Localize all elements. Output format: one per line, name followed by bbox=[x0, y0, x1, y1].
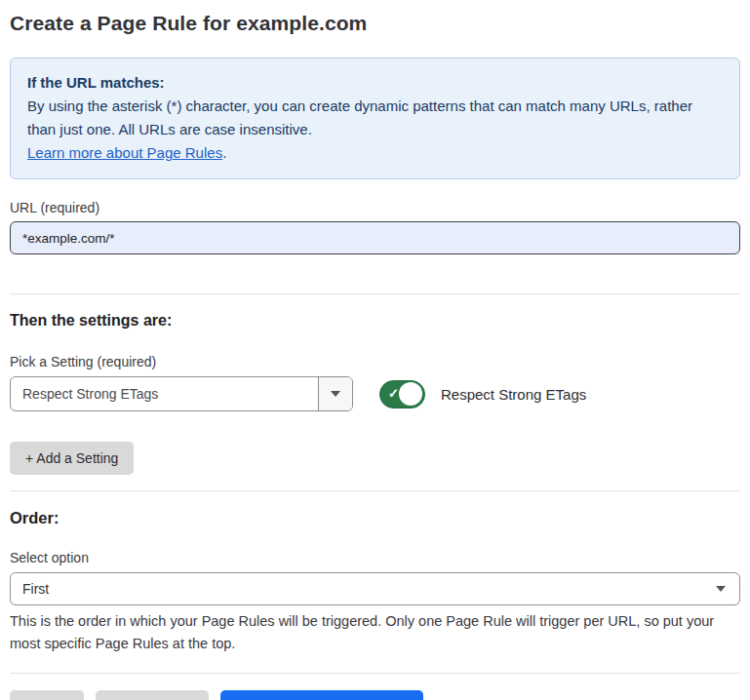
order-select-value: First bbox=[22, 581, 49, 597]
order-select[interactable]: First bbox=[10, 572, 740, 605]
link-suffix: . bbox=[222, 144, 226, 161]
settings-section-heading: Then the settings are: bbox=[10, 312, 740, 330]
url-match-info-box: If the URL matches: By using the asteris… bbox=[10, 58, 740, 179]
page-title: Create a Page Rule for example.com bbox=[10, 12, 740, 35]
order-section-heading: Order: bbox=[10, 509, 740, 527]
setting-select[interactable]: Respect Strong ETags bbox=[10, 376, 353, 411]
section-divider bbox=[10, 673, 740, 674]
section-divider bbox=[10, 490, 740, 491]
save-and-deploy-button[interactable]: Save and Deploy Page Rule bbox=[220, 690, 423, 700]
setting-toggle[interactable]: ✓ bbox=[379, 380, 425, 408]
url-input[interactable] bbox=[10, 221, 740, 254]
setting-select-arrow-button[interactable] bbox=[318, 377, 352, 410]
setting-row: Respect Strong ETags ✓ Respect Strong ET… bbox=[10, 376, 740, 411]
url-field-label: URL (required) bbox=[10, 200, 740, 215]
chevron-down-icon bbox=[331, 391, 340, 397]
info-box-link-line: Learn more about Page Rules. bbox=[27, 141, 723, 165]
learn-more-link[interactable]: Learn more about Page Rules bbox=[27, 144, 222, 161]
add-setting-button[interactable]: + Add a Setting bbox=[10, 442, 134, 475]
check-icon: ✓ bbox=[388, 387, 399, 400]
create-page-rule-form: Create a Page Rule for example.com If th… bbox=[0, 0, 750, 700]
save-as-draft-button[interactable]: Save as Draft bbox=[96, 690, 210, 700]
setting-toggle-label: Respect Strong ETags bbox=[441, 386, 586, 403]
info-box-heading: If the URL matches: bbox=[27, 71, 723, 95]
toggle-knob bbox=[399, 382, 422, 406]
info-box-body: By using the asterisk (*) character, you… bbox=[27, 95, 710, 141]
pick-setting-label: Pick a Setting (required) bbox=[10, 354, 740, 369]
setting-select-value: Respect Strong ETags bbox=[11, 377, 318, 410]
section-divider bbox=[10, 293, 740, 294]
action-button-row: Cancel Save as Draft Save and Deploy Pag… bbox=[10, 690, 740, 700]
chevron-down-icon bbox=[716, 586, 726, 592]
setting-toggle-wrap: ✓ Respect Strong ETags bbox=[379, 380, 586, 408]
order-select-label: Select option bbox=[10, 550, 740, 565]
order-help-text: This is the order in which your Page Rul… bbox=[10, 610, 736, 655]
cancel-button[interactable]: Cancel bbox=[10, 690, 84, 700]
